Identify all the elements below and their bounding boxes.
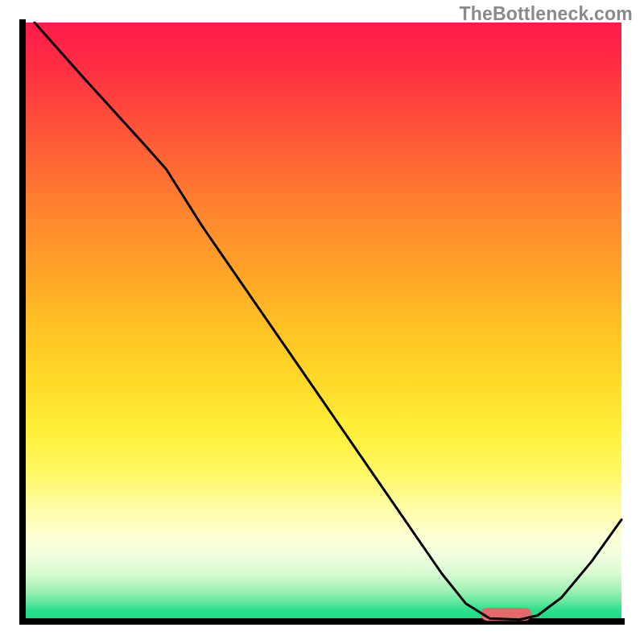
watermark-text: TheBottleneck.com [459, 3, 633, 25]
chart-overlay [23, 23, 621, 621]
bottleneck-chart: TheBottleneck.com [0, 0, 644, 644]
bottleneck-curve [35, 23, 621, 620]
